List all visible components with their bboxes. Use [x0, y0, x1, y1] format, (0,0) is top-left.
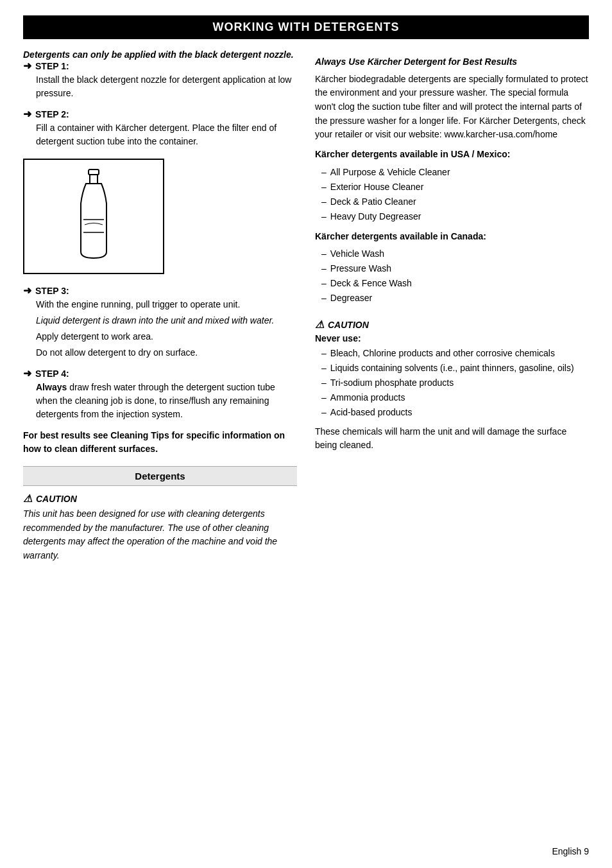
- bottle-svg: [68, 168, 119, 265]
- list-item: Degreaser: [321, 291, 589, 306]
- list-item: Heavy Duty Degreaser: [321, 209, 589, 224]
- step-2-content: Fill a container with Kärcher detergent.…: [36, 121, 297, 148]
- canada-list: Vehicle Wash Pressure Wash Deck & Fence …: [315, 247, 589, 306]
- right-caution-block: ⚠ CAUTION Never use: Bleach, Chlorine pr…: [315, 318, 589, 452]
- step-4-content: Always draw fresh water through the dete…: [36, 381, 297, 421]
- step-4-text: Always draw fresh water through the dete…: [36, 381, 297, 421]
- list-item: All Purpose & Vehicle Cleaner: [321, 165, 589, 180]
- svg-rect-1: [90, 175, 98, 184]
- usa-list: All Purpose & Vehicle Cleaner Exterior H…: [315, 165, 589, 224]
- list-item: Vehicle Wash: [321, 247, 589, 261]
- header-title: WORKING WITH DETERGENTS: [213, 21, 400, 33]
- step-1-arrow: ➜: [23, 60, 31, 72]
- step-3-line1: With the engine running, pull trigger to…: [36, 298, 297, 311]
- left-caution-text: This unit has been designed for use with…: [23, 507, 297, 563]
- never-use-label: Never use:: [315, 333, 589, 343]
- left-caution-block: ⚠ CAUTION This unit has been designed fo…: [23, 492, 297, 563]
- caution-triangle-icon: ⚠: [23, 492, 32, 505]
- step-3-line2: Liquid detergent is drawn into the unit …: [36, 314, 297, 327]
- step-2-title-row: ➜ STEP 2:: [23, 108, 297, 121]
- two-column-layout: Detergents can only be applied with the …: [23, 49, 589, 569]
- step-3-line4: Do not allow detergent to dry on surface…: [36, 346, 297, 360]
- page-footer: English 9: [552, 846, 589, 856]
- step-3-line3: Apply detergent to work area.: [36, 330, 297, 343]
- right-caution-footer-text: These chemicals will harm the unit and w…: [315, 425, 589, 452]
- left-caution-title: ⚠ CAUTION: [23, 492, 297, 505]
- left-column: Detergents can only be applied with the …: [23, 49, 297, 569]
- step-4-title-row: ➜ STEP 4:: [23, 367, 297, 381]
- step-2-arrow: ➜: [23, 108, 31, 120]
- list-item: Deck & Fence Wash: [321, 276, 589, 291]
- right-column: Always Use Kärcher Detergent for Best Re…: [315, 49, 589, 569]
- step-3-arrow: ➜: [23, 284, 31, 297]
- usa-section-title: Kärcher detergents available in USA / Me…: [315, 148, 589, 161]
- step-3-label: STEP 3:: [35, 286, 69, 296]
- list-item: Acid-based products: [321, 405, 589, 420]
- page: WORKING WITH DETERGENTS Detergents can o…: [0, 0, 612, 868]
- right-caution-title: ⚠ CAUTION: [315, 318, 589, 331]
- step-4-arrow: ➜: [23, 367, 31, 379]
- canada-section-title: Kärcher detergents available in Canada:: [315, 230, 589, 243]
- list-item: Deck & Patio Cleaner: [321, 195, 589, 209]
- best-results-bold: For best results see Cleaning Tips for s…: [23, 429, 297, 456]
- step-4-block: ➜ STEP 4: Always draw fresh water throug…: [23, 367, 297, 421]
- step-1-block: ➜ STEP 1: Install the black detergent no…: [23, 60, 297, 100]
- svg-rect-0: [89, 169, 99, 175]
- step-4-label: STEP 4:: [35, 369, 69, 379]
- list-item: Exterior House Cleaner: [321, 180, 589, 195]
- bottle-illustration: [23, 159, 164, 274]
- list-item: Liquids containing solvents (i.e., paint…: [321, 361, 589, 376]
- step-3-block: ➜ STEP 3: With the engine running, pull …: [23, 284, 297, 360]
- step-2-block: ➜ STEP 2: Fill a container with Kärcher …: [23, 108, 297, 148]
- list-item: Ammonia products: [321, 390, 589, 405]
- step-3-content: With the engine running, pull trigger to…: [36, 298, 297, 360]
- always-use-title: Always Use Kärcher Detergent for Best Re…: [315, 56, 589, 69]
- detergents-section-header: Detergents: [23, 466, 297, 486]
- list-item: Bleach, Chlorine products and other corr…: [321, 346, 589, 361]
- intro-bold-italic: Detergents can only be applied with the …: [23, 49, 297, 60]
- step-1-content: Install the black detergent nozzle for d…: [36, 73, 297, 100]
- step-1-label: STEP 1:: [35, 61, 69, 71]
- list-item: Tri-sodium phosphate products: [321, 376, 589, 390]
- step-2-label: STEP 2:: [35, 109, 69, 119]
- list-item: Pressure Wash: [321, 261, 589, 276]
- always-use-text: Kärcher biodegradable detergents are spe…: [315, 73, 589, 142]
- step-1-title-row: ➜ STEP 1:: [23, 60, 297, 73]
- step-3-title-row: ➜ STEP 3:: [23, 284, 297, 298]
- page-header: WORKING WITH DETERGENTS: [23, 15, 589, 39]
- right-caution-triangle-icon: ⚠: [315, 318, 324, 331]
- never-use-list: Bleach, Chlorine products and other corr…: [315, 346, 589, 420]
